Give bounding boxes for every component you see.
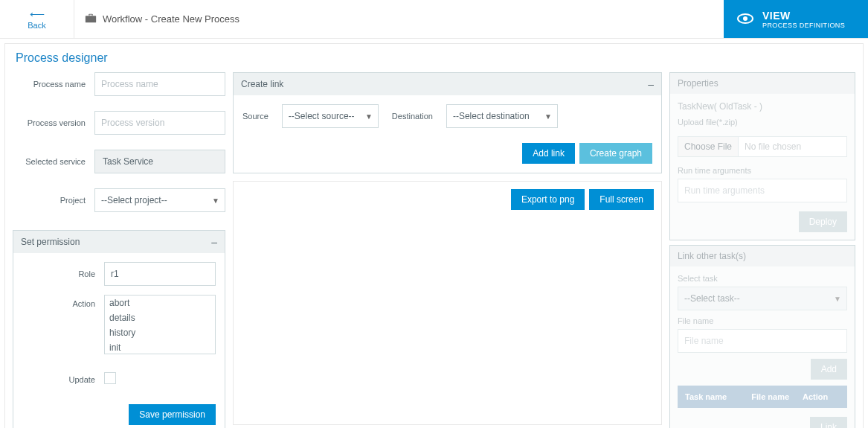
file-name-input[interactable] xyxy=(678,329,847,353)
create-graph-button[interactable]: Create graph xyxy=(579,143,652,164)
left-column: Process name Process version Selected se… xyxy=(13,72,225,428)
properties-panel: Properties TaskNew( OldTask - ) Upload f… xyxy=(669,72,855,240)
project-select[interactable]: --Select project-- xyxy=(94,188,225,212)
task-identifier: TaskNew( OldTask - ) xyxy=(678,101,847,112)
role-input[interactable] xyxy=(104,262,216,286)
process-name-label: Process name xyxy=(13,80,94,89)
panel-collapse-button[interactable]: – xyxy=(211,236,217,248)
create-link-panel: Create link – Source --Select source-- ▼… xyxy=(233,72,662,173)
destination-select[interactable]: --Select destination xyxy=(446,104,558,128)
destination-label: Destination xyxy=(392,112,433,121)
back-button[interactable]: ⟵ Back xyxy=(0,0,74,38)
file-input[interactable]: Choose File No file chosen xyxy=(678,136,847,157)
eye-icon xyxy=(737,10,753,28)
back-arrow-icon: ⟵ xyxy=(30,8,45,20)
svg-rect-2 xyxy=(89,14,91,15)
runtime-args-input[interactable] xyxy=(678,179,847,202)
action-option[interactable]: abort xyxy=(105,296,215,310)
runtime-args-label: Run time arguments xyxy=(678,166,847,175)
deploy-button[interactable]: Deploy xyxy=(799,211,847,232)
link-button[interactable]: Link xyxy=(810,417,847,428)
save-permission-button[interactable]: Save permission xyxy=(129,404,216,425)
link-other-title: Link other task(s) xyxy=(678,251,746,261)
col-task-name: Task name xyxy=(678,392,751,401)
process-name-input[interactable] xyxy=(94,72,225,96)
file-chosen-text: No file chosen xyxy=(739,141,807,152)
link-other-tasks-panel: Link other task(s) Select task --Select … xyxy=(669,245,855,428)
col-file-name: File name xyxy=(751,392,803,401)
panel-collapse-button[interactable]: – xyxy=(648,78,654,90)
process-version-input[interactable] xyxy=(94,111,225,135)
action-option[interactable]: init xyxy=(105,340,215,354)
briefcase-icon xyxy=(85,13,97,25)
view-definitions-button[interactable]: VIEW PROCESS DEFINITIONS xyxy=(724,0,868,38)
fullscreen-button[interactable]: Full screen xyxy=(589,189,654,210)
middle-column: Create link – Source --Select source-- ▼… xyxy=(233,72,662,425)
role-label: Role xyxy=(22,269,104,278)
action-listbox[interactable]: abort details history init xyxy=(104,295,216,354)
selected-service-value: Task Service xyxy=(94,150,225,173)
topbar: ⟵ Back Workflow - Create New Process VIE… xyxy=(0,0,868,39)
graph-canvas: Export to png Full screen xyxy=(233,181,662,425)
action-option[interactable]: history xyxy=(105,325,215,340)
page-title: Workflow - Create New Process xyxy=(103,13,239,25)
select-task-label: Select task xyxy=(678,274,847,283)
create-link-title: Create link xyxy=(241,79,283,89)
select-task-dropdown[interactable]: --Select task-- xyxy=(678,287,847,310)
right-column: Properties TaskNew( OldTask - ) Upload f… xyxy=(669,72,855,428)
view-title: VIEW xyxy=(762,10,845,22)
view-subtitle: PROCESS DEFINITIONS xyxy=(762,22,845,29)
set-permission-panel: Set permission – Role Action xyxy=(13,230,225,428)
project-label: Project xyxy=(13,196,94,205)
svg-point-4 xyxy=(743,16,748,21)
action-label: Action xyxy=(22,295,104,308)
choose-file-button[interactable]: Choose File xyxy=(678,137,739,156)
update-checkbox[interactable] xyxy=(104,372,116,384)
source-select[interactable]: --Select source-- xyxy=(282,104,379,128)
linked-tasks-table-header: Task name File name Action xyxy=(678,386,847,408)
col-action: Action xyxy=(803,392,847,401)
set-permission-title: Set permission xyxy=(21,237,80,247)
page-heading: Workflow - Create New Process xyxy=(74,0,724,38)
file-name-label: File name xyxy=(678,316,847,325)
add-link-button[interactable]: Add link xyxy=(522,143,575,164)
properties-title: Properties xyxy=(678,78,718,89)
selected-service-label: Selected service xyxy=(13,157,94,166)
export-png-button[interactable]: Export to png xyxy=(511,189,585,210)
back-label: Back xyxy=(28,21,45,30)
process-version-label: Process version xyxy=(13,118,94,127)
action-option[interactable]: details xyxy=(105,310,215,325)
source-label: Source xyxy=(242,112,269,121)
process-designer-panel: Process designer Process name Process ve… xyxy=(4,43,864,428)
designer-title: Process designer xyxy=(5,44,863,72)
svg-rect-0 xyxy=(86,16,96,22)
add-task-button[interactable]: Add xyxy=(811,359,847,380)
upload-file-label: Upload file(*.zip) xyxy=(678,118,847,127)
update-label: Update xyxy=(22,375,104,384)
